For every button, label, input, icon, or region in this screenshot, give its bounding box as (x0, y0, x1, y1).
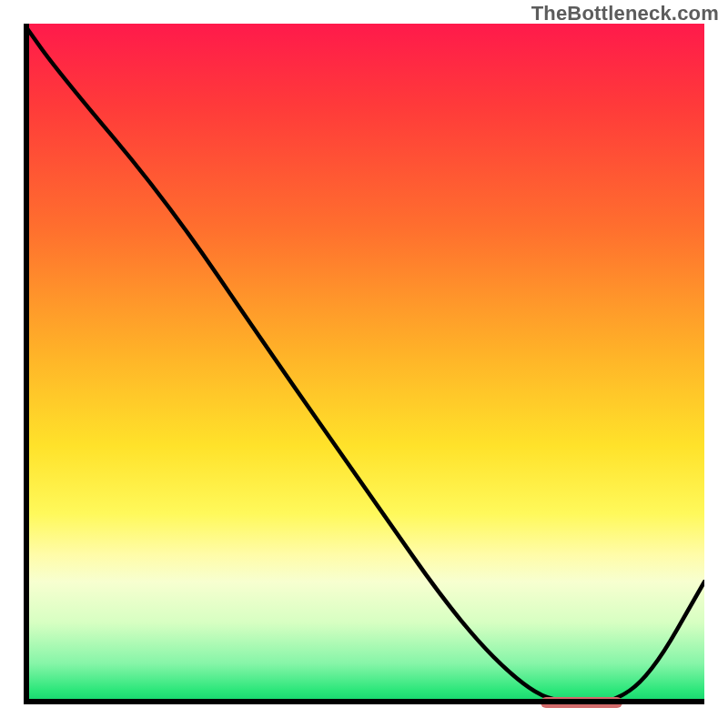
plot-background-gradient (24, 24, 704, 704)
chart-canvas: TheBottleneck.com (0, 0, 728, 728)
attribution-text: TheBottleneck.com (531, 2, 719, 25)
